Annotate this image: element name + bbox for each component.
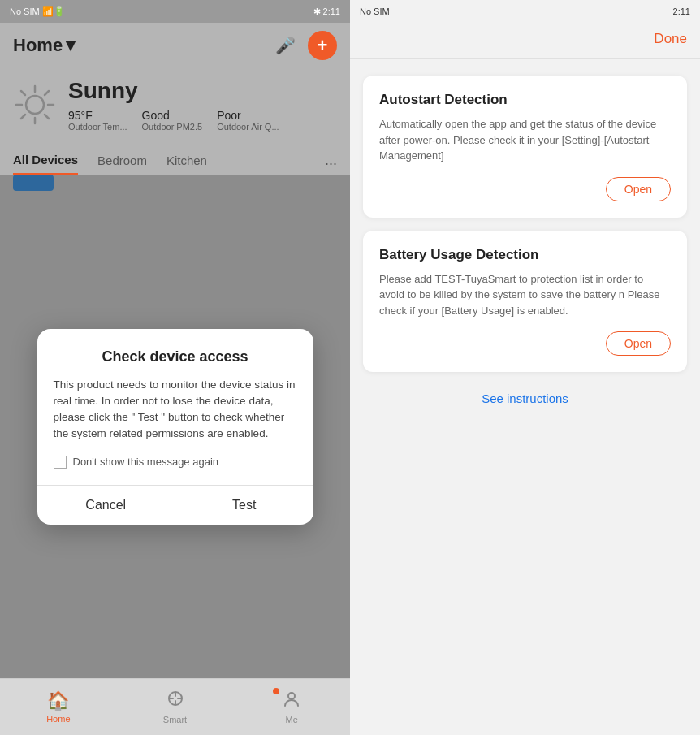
me-nav-label: Me	[286, 715, 298, 724]
home-label: Home	[13, 35, 63, 56]
dont-show-label: Don't show this message again	[73, 456, 219, 468]
right-header: Done	[350, 23, 700, 59]
home-nav-label: Home	[46, 714, 70, 724]
dialog-title: Check device access	[54, 348, 297, 365]
see-instructions-link[interactable]: See instructions	[363, 391, 687, 405]
smart-nav-icon	[166, 690, 184, 712]
left-panel: No SIM 📶🔋 ✱ 2:11 Home ▾ 🎤 +	[0, 0, 350, 735]
test-button[interactable]: Test	[175, 486, 313, 525]
right-content: Autostart Detection Automatically open t…	[350, 59, 700, 735]
me-nav-icon	[283, 691, 300, 711]
dialog-buttons: Cancel Test	[37, 485, 313, 525]
right-panel: No SIM 2:11 Done Autostart Detection Aut…	[350, 0, 700, 735]
bt-icon: ✱	[313, 6, 321, 17]
weather-info: Sunny 95°F Outdoor Tem... Good Outdoor P…	[68, 78, 279, 132]
right-status-bar: No SIM 2:11	[350, 0, 700, 23]
temp-label: Outdoor Tem...	[68, 122, 127, 132]
svg-point-0	[26, 96, 44, 114]
signal-icons: 📶🔋	[42, 6, 65, 17]
time-left: 2:11	[323, 6, 340, 16]
weather-stats: 95°F Outdoor Tem... Good Outdoor PM2.5 P…	[68, 109, 279, 132]
nav-me[interactable]: Me	[233, 690, 350, 724]
dialog-overlay: Check device access This product needs t…	[0, 175, 350, 678]
app-header: Home ▾ 🎤 +	[0, 23, 350, 68]
home-title[interactable]: Home ▾	[13, 35, 75, 56]
temp-value: 95°F	[68, 109, 127, 122]
nav-smart[interactable]: Smart	[117, 690, 234, 724]
bottom-nav: 🏠 Home Smart	[0, 678, 350, 735]
autostart-card: Autostart Detection Automatically open t…	[363, 76, 687, 218]
plus-icon: +	[318, 35, 328, 56]
autostart-title: Autostart Detection	[379, 92, 671, 108]
battery-desc: Please add TEST-TuyaSmart to protection …	[379, 271, 671, 319]
battery-open-button[interactable]: Open	[606, 331, 671, 356]
tab-more-icon[interactable]: ···	[325, 155, 337, 172]
svg-line-5	[21, 91, 25, 95]
svg-line-6	[45, 115, 49, 119]
svg-point-14	[288, 693, 295, 699]
weather-stat-air: Poor Outdoor Air Q...	[217, 109, 279, 132]
battery-footer: Open	[379, 331, 671, 356]
autostart-desc: Automatically open the app and get the s…	[379, 116, 671, 164]
tab-all-devices[interactable]: All Devices	[13, 153, 78, 175]
header-icons: 🎤 +	[272, 31, 337, 60]
weather-stat-temp: 95°F Outdoor Tem...	[68, 109, 127, 132]
air-value: Poor	[217, 109, 279, 122]
dialog-body: This product needs to monitor the device…	[54, 377, 297, 443]
weather-condition: Sunny	[68, 78, 279, 104]
pm-value: Good	[142, 109, 203, 122]
autostart-footer: Open	[379, 177, 671, 201]
sun-icon	[13, 83, 57, 127]
checkbox-row: Don't show this message again	[54, 456, 297, 469]
weather-section: Sunny 95°F Outdoor Tem... Good Outdoor P…	[0, 68, 350, 145]
air-label: Outdoor Air Q...	[217, 122, 279, 132]
dont-show-checkbox[interactable]	[54, 456, 67, 469]
mic-button[interactable]: 🎤	[272, 32, 298, 58]
tab-bedroom[interactable]: Bedroom	[97, 153, 147, 174]
content-area: Check device access This product needs t…	[0, 175, 350, 678]
chevron-down-icon: ▾	[66, 35, 75, 56]
check-device-dialog: Check device access This product needs t…	[37, 329, 313, 525]
battery-card: Battery Usage Detection Please add TEST-…	[363, 231, 687, 373]
cancel-button[interactable]: Cancel	[37, 486, 176, 525]
nav-home[interactable]: 🏠 Home	[0, 690, 117, 724]
pm-label: Outdoor PM2.5	[142, 122, 203, 132]
battery-title: Battery Usage Detection	[379, 247, 671, 263]
left-status-right: ✱ 2:11	[313, 6, 340, 17]
add-button[interactable]: +	[308, 31, 337, 60]
right-status-left: No SIM	[360, 6, 390, 16]
home-nav-icon: 🏠	[47, 690, 69, 711]
me-nav-badge	[273, 688, 279, 694]
weather-stat-pm: Good Outdoor PM2.5	[142, 109, 203, 132]
svg-line-8	[21, 115, 25, 119]
svg-line-7	[45, 91, 49, 95]
left-status-bar: No SIM 📶🔋 ✱ 2:11	[0, 0, 350, 23]
right-status-right: 2:11	[673, 6, 690, 16]
autostart-open-button[interactable]: Open	[606, 177, 671, 201]
tab-kitchen[interactable]: Kitchen	[166, 153, 207, 174]
done-button[interactable]: Done	[654, 31, 687, 47]
smart-nav-label: Smart	[163, 715, 187, 724]
no-sim-text: No SIM	[10, 6, 40, 16]
left-status-left: No SIM 📶🔋	[10, 6, 65, 17]
tabs-section: All Devices Bedroom Kitchen ···	[0, 145, 350, 175]
